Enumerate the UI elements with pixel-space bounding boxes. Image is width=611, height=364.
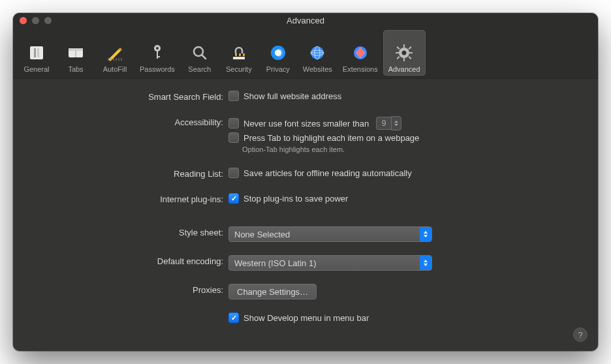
tab-label: Extensions [343, 65, 378, 73]
extensions-icon [351, 43, 370, 63]
titlebar: Advanced [13, 13, 598, 27]
help-label: ? [578, 330, 582, 340]
encoding-popup[interactable]: Western (ISO Latin 1) [228, 255, 432, 271]
tab-label: General [24, 65, 49, 73]
tab-label: AutoFill [103, 65, 127, 73]
stylesheet-value: None Selected [234, 230, 290, 239]
tab-passwords[interactable]: Passwords [134, 30, 180, 76]
svg-rect-2 [37, 48, 39, 57]
encoding-label: Default encoding: [13, 255, 228, 266]
accessibility-label: Accessibility: [13, 116, 228, 127]
help-button[interactable]: ? [573, 327, 588, 342]
tab-label: Passwords [140, 65, 175, 73]
checkbox-label: Never use font sizes smaller than [243, 119, 369, 129]
globe-icon [307, 43, 327, 63]
tab-label: Tabs [68, 65, 83, 73]
offline-reading-checkbox[interactable]: Save articles for offline reading automa… [228, 168, 412, 178]
chevron-up-down-icon [420, 256, 431, 270]
autofill-icon [105, 43, 125, 63]
proxies-label: Proxies: [13, 284, 228, 295]
svg-rect-37 [409, 56, 412, 59]
tab-label: Websites [303, 65, 332, 73]
press-tab-hint: Option-Tab highlights each item. [228, 145, 419, 153]
privacy-icon [268, 43, 288, 63]
svg-rect-5 [69, 48, 83, 51]
traffic-lights [20, 17, 52, 24]
tab-websites[interactable]: Websites [298, 30, 337, 76]
encoding-value: Western (ISO Latin 1) [234, 258, 316, 268]
svg-rect-34 [397, 46, 400, 50]
tabs-icon [66, 43, 86, 63]
chevron-up-down-icon [420, 227, 431, 241]
svg-rect-36 [397, 56, 400, 59]
tab-label: Search [188, 65, 211, 73]
tab-general[interactable]: General [17, 30, 56, 76]
checkbox-icon [228, 118, 239, 129]
press-tab-checkbox[interactable]: Press Tab to highlight each item on a we… [228, 132, 419, 143]
svg-rect-16 [233, 56, 245, 57]
tab-privacy[interactable]: Privacy [258, 30, 298, 76]
security-icon [229, 43, 249, 63]
checkbox-label: Show full website address [243, 91, 341, 101]
zoom-window-button[interactable] [44, 17, 52, 24]
tab-security[interactable]: Security [219, 30, 258, 76]
tab-label: Privacy [266, 65, 290, 73]
tab-search[interactable]: Search [180, 30, 219, 76]
search-icon [190, 43, 210, 63]
stepper-icon[interactable] [391, 116, 401, 130]
checkbox-icon [228, 168, 239, 178]
plugins-label: Internet plug-ins: [13, 193, 228, 204]
checkbox-label: Press Tab to highlight each item on a we… [243, 133, 419, 143]
checkbox-icon [228, 91, 239, 101]
stylesheet-label: Style sheet: [13, 226, 228, 237]
svg-rect-35 [409, 46, 412, 50]
min-font-size-field[interactable]: 9 [376, 116, 401, 130]
tab-label: Advanced [388, 65, 420, 73]
general-icon [27, 43, 46, 63]
key-icon [148, 43, 167, 63]
min-font-size-checkbox[interactable]: Never use font sizes smaller than [243, 119, 369, 129]
show-develop-menu-checkbox[interactable]: Show Develop menu in menu bar [228, 312, 369, 323]
svg-point-38 [402, 51, 407, 55]
gear-icon [394, 43, 414, 63]
tab-advanced[interactable]: Advanced [383, 30, 426, 76]
checkbox-label: Stop plug-ins to save power [243, 194, 348, 204]
svg-rect-0 [30, 46, 43, 59]
svg-rect-9 [157, 51, 158, 59]
svg-point-8 [156, 47, 159, 50]
min-font-size-value: 9 [376, 117, 391, 130]
svg-rect-1 [34, 48, 36, 57]
close-window-button[interactable] [20, 17, 27, 24]
change-proxies-button[interactable]: Change Settings… [228, 284, 317, 299]
show-full-address-checkbox[interactable]: Show full website address [228, 91, 341, 101]
checkbox-icon [228, 132, 239, 143]
preferences-toolbar: General Tabs AutoFill Passwords [13, 27, 598, 79]
svg-rect-19 [241, 53, 243, 56]
tab-extensions[interactable]: Extensions [337, 30, 383, 76]
svg-rect-31 [403, 58, 405, 61]
preferences-window: Advanced General Tabs AutoFill [13, 13, 598, 351]
svg-rect-30 [403, 44, 405, 48]
button-label: Change Settings… [237, 287, 308, 297]
svg-rect-32 [396, 52, 399, 53]
reading-list-label: Reading List: [13, 168, 228, 179]
svg-rect-33 [409, 52, 413, 53]
checkbox-label: Show Develop menu in menu bar [243, 313, 369, 323]
svg-line-12 [202, 55, 206, 59]
checkbox-icon [228, 193, 239, 204]
window-title: Advanced [287, 16, 324, 25]
svg-rect-18 [237, 53, 239, 56]
checkbox-icon [228, 312, 239, 323]
smart-search-label: Smart Search Field: [13, 91, 228, 102]
tab-label: Security [226, 65, 252, 73]
stylesheet-popup[interactable]: None Selected [228, 226, 432, 242]
advanced-pane: Smart Search Field: Show full website ad… [13, 79, 598, 351]
checkbox-label: Save articles for offline reading automa… [243, 168, 412, 178]
svg-rect-17 [233, 53, 235, 56]
stop-plugins-checkbox[interactable]: Stop plug-ins to save power [228, 193, 348, 204]
tab-autofill[interactable]: AutoFill [95, 30, 134, 76]
minimize-window-button[interactable] [32, 17, 39, 24]
tab-tabs[interactable]: Tabs [56, 30, 95, 76]
svg-rect-21 [275, 50, 281, 56]
svg-rect-10 [157, 56, 160, 57]
